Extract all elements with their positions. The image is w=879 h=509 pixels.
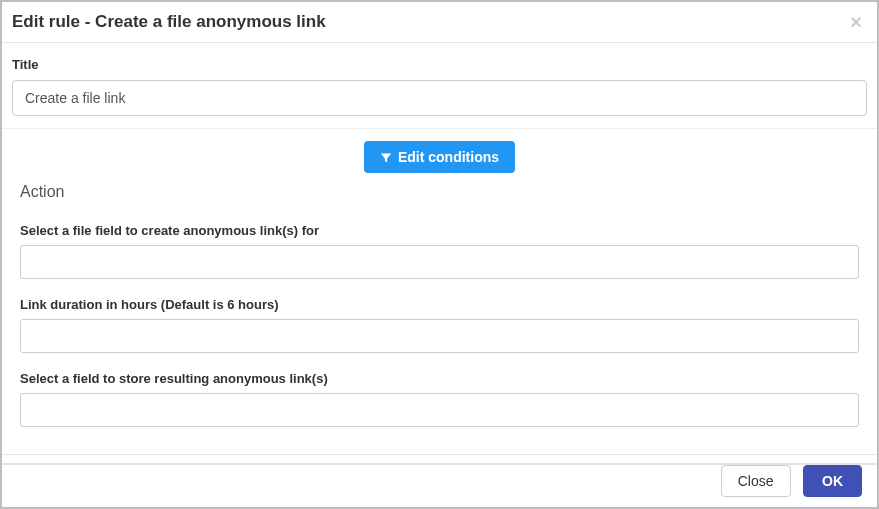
duration-label: Link duration in hours (Default is 6 hou…: [20, 297, 859, 312]
action-section: Action Select a file field to create ano…: [2, 179, 877, 465]
modal-body: Title Edit conditions Action Select a fi…: [2, 43, 877, 465]
filter-icon: [380, 151, 392, 163]
store-field-label: Select a field to store resulting anonym…: [20, 371, 859, 386]
file-field-group: Select a file field to create anonymous …: [20, 223, 859, 279]
edit-conditions-label: Edit conditions: [398, 149, 499, 165]
title-section: Title: [2, 43, 877, 129]
duration-input[interactable]: [20, 319, 859, 353]
file-field-input[interactable]: [20, 245, 859, 279]
conditions-section: Edit conditions: [2, 129, 877, 179]
close-button[interactable]: Close: [721, 465, 791, 497]
store-field-group: Select a field to store resulting anonym…: [20, 371, 859, 427]
modal-footer: Close OK: [2, 454, 877, 507]
ok-button[interactable]: OK: [803, 465, 862, 497]
close-icon[interactable]: ×: [850, 12, 862, 32]
duration-field-group: Link duration in hours (Default is 6 hou…: [20, 297, 859, 353]
action-header: Action: [20, 183, 859, 201]
file-field-label: Select a file field to create anonymous …: [20, 223, 859, 238]
store-field-input[interactable]: [20, 393, 859, 427]
title-input[interactable]: [12, 80, 867, 116]
modal-header: Edit rule - Create a file anonymous link…: [2, 2, 877, 43]
modal-title: Edit rule - Create a file anonymous link: [12, 12, 326, 32]
title-label: Title: [12, 57, 867, 72]
edit-conditions-button[interactable]: Edit conditions: [364, 141, 515, 173]
